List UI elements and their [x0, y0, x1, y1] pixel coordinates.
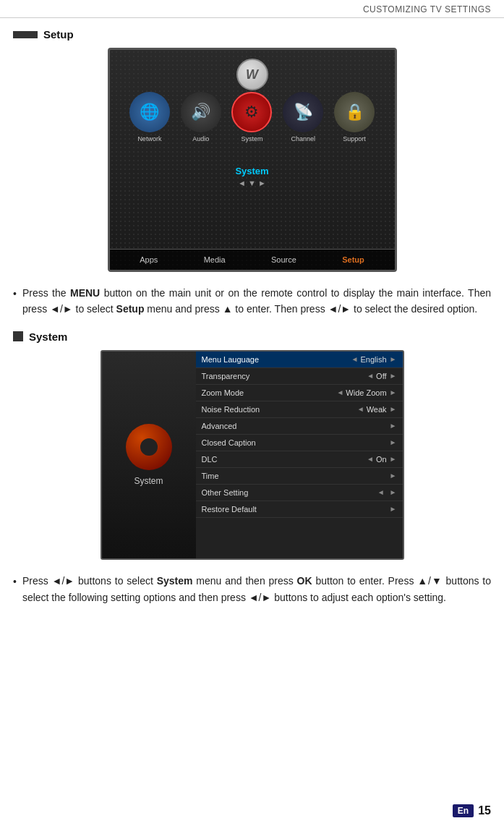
menu-row-label: Advanced: [202, 422, 387, 430]
table-row: Noise Reduction ◄ Weak ►: [196, 401, 403, 418]
left-arrow-icon: ◄: [367, 372, 374, 380]
table-row: Restore Default ►: [196, 501, 403, 518]
system-section-title: System: [13, 331, 491, 343]
setup-screenshot: W 🌐 Network 🔊 Audio ⚙ System 📡 Channel 🔒: [13, 48, 491, 272]
menu-row-value: Off: [376, 372, 386, 380]
table-row: Time ►: [196, 468, 403, 485]
left-arrow-icon: ◄: [367, 455, 374, 463]
menu-row-label: Noise Reduction: [202, 405, 355, 414]
right-arrow-icon: ►: [390, 472, 397, 480]
support-label: Support: [343, 135, 366, 142]
system-left-label: System: [134, 476, 163, 486]
system-bar-icon: [13, 331, 23, 341]
menu-item-audio: 🔊 Audio: [181, 92, 221, 142]
table-row: Closed Caption ►: [196, 435, 403, 451]
right-arrow-icon: ►: [390, 505, 397, 513]
page-footer: En 15: [453, 804, 491, 817]
left-arrow-icon: ◄: [336, 388, 343, 396]
setup-bullet-text: Press the MENU button on the main unit o…: [22, 285, 491, 318]
gear-inner: [140, 438, 158, 456]
left-arrow-icon: ◄: [357, 405, 364, 413]
language-badge: En: [453, 804, 474, 817]
menu-row-label: Zoom Mode: [202, 388, 335, 397]
audio-label: Audio: [192, 135, 209, 142]
system-bullet-text: Press ◄/► buttons to select System menu …: [22, 573, 491, 606]
bottom-nav-source: Source: [271, 255, 296, 264]
right-arrow-icon: ►: [390, 422, 397, 430]
system-label: System: [241, 135, 262, 142]
menu-icons-row: 🌐 Network 🔊 Audio ⚙ System 📡 Channel 🔒 S…: [110, 92, 395, 142]
menu-row-label: Transparency: [202, 372, 365, 380]
right-arrow-icon: ►: [390, 438, 397, 446]
system-bullet: • Press ◄/► buttons to select System men…: [13, 573, 491, 606]
table-row: Transparency ◄ Off ►: [196, 368, 403, 385]
system-left-panel: System: [102, 352, 196, 558]
system-center-label: System: [235, 166, 268, 176]
setup-section-title: Setup: [13, 28, 491, 41]
tv-logo: W: [236, 59, 268, 90]
bottom-nav-bar: Apps Media Source Setup: [110, 249, 395, 270]
page-header: CUSTOMIZING TV SETTINGS: [0, 0, 504, 18]
bottom-nav-media: Media: [204, 255, 226, 264]
menu-row-label: Closed Caption: [202, 438, 387, 447]
ok-keyword: OK: [297, 575, 312, 587]
bullet-dot: •: [13, 286, 17, 318]
right-arrow-icon: ►: [390, 355, 397, 363]
right-arrow-icon: ►: [390, 405, 397, 413]
table-row: DLC ◄ On ►: [196, 451, 403, 468]
menu-keyword: MENU: [70, 287, 100, 299]
setup-label: Setup: [43, 28, 74, 41]
system-screen: System Menu Lauguage ◄ English ► Transpa…: [101, 350, 404, 560]
menu-item-support: 🔒 Support: [334, 92, 375, 142]
menu-row-label: DLC: [202, 455, 365, 464]
header-title: CUSTOMIZING TV SETTINGS: [363, 4, 491, 14]
audio-icon: 🔊: [181, 92, 221, 132]
setup-bullet: • Press the MENU button on the main unit…: [13, 285, 491, 318]
table-row: Other Setting ◄ ►: [196, 485, 403, 501]
bullet-dot-2: •: [13, 574, 17, 606]
system-label-heading: System: [29, 331, 67, 343]
tv-screen: W 🌐 Network 🔊 Audio ⚙ System 📡 Channel 🔒: [108, 48, 397, 272]
section-bar-icon: [13, 31, 38, 38]
support-icon: 🔒: [334, 92, 375, 132]
right-arrow-icon: ►: [390, 372, 397, 380]
network-label: Network: [137, 135, 161, 142]
bottom-nav-setup: Setup: [342, 255, 364, 264]
menu-row-label: Time: [202, 472, 387, 480]
menu-row-value: Weak: [367, 405, 387, 414]
menu-row-value: English: [361, 355, 387, 364]
system-screenshot: System Menu Lauguage ◄ English ► Transpa…: [13, 350, 491, 560]
menu-item-system: ⚙ System: [231, 92, 272, 142]
menu-row-label: Other Setting: [202, 488, 375, 497]
menu-row-label: Menu Lauguage: [202, 355, 349, 364]
menu-item-network: 🌐 Network: [129, 92, 170, 142]
menu-row-value: Wide Zoom: [346, 388, 386, 397]
nav-arrows: ◄ ▼ ►: [238, 179, 266, 187]
menu-row-value: On: [376, 455, 387, 464]
table-row: Advanced ►: [196, 418, 403, 435]
right-arrow-icon: ►: [390, 388, 397, 396]
channel-icon: 📡: [283, 92, 323, 132]
setup-keyword: Setup: [116, 303, 145, 315]
system-keyword: System: [157, 575, 193, 587]
left-arrow-icon: ◄: [377, 488, 385, 496]
menu-row-label: Restore Default: [202, 505, 387, 514]
channel-label: Channel: [291, 135, 316, 142]
system-menu-panel: Menu Lauguage ◄ English ► Transparency ◄…: [196, 352, 403, 558]
table-row: Zoom Mode ◄ Wide Zoom ►: [196, 385, 403, 401]
gear-icon-large: [126, 424, 172, 470]
right-arrow-icon: ►: [390, 488, 397, 496]
left-arrow-icon: ◄: [351, 355, 359, 363]
bottom-nav-apps: Apps: [140, 255, 158, 264]
page-number: 15: [478, 804, 491, 817]
right-arrow-icon: ►: [390, 455, 397, 463]
system-icon: ⚙: [231, 92, 272, 132]
menu-item-channel: 📡 Channel: [283, 92, 323, 142]
network-icon: 🌐: [129, 92, 170, 132]
gear-outer: [126, 424, 172, 470]
table-row: Menu Lauguage ◄ English ►: [196, 352, 403, 368]
